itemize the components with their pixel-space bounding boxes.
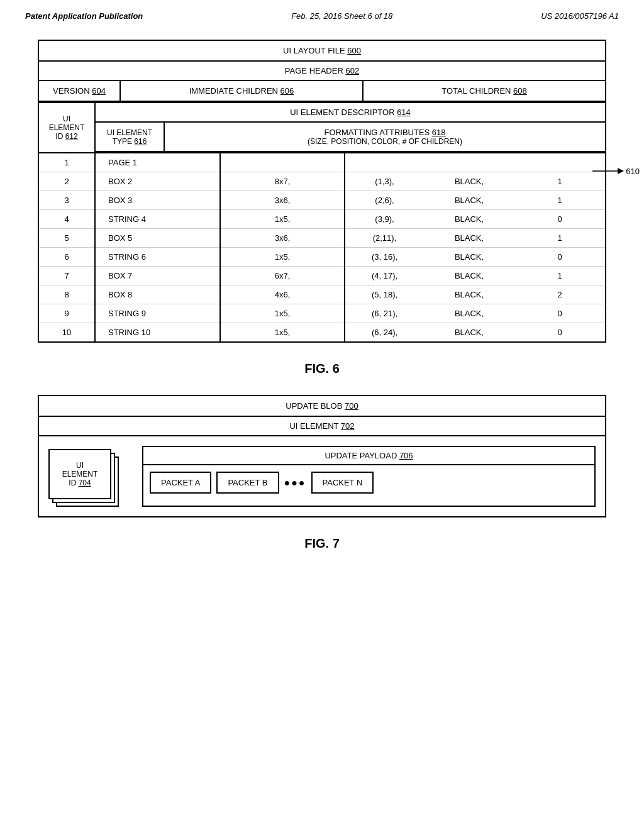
data-rows-area: 12345678910 PAGE 1BOX 28x7,(1,3),BLACK,1…	[39, 153, 605, 341]
ui-element-type-label: UI ELEMENT TYPE 616	[107, 128, 152, 146]
table-cell: 0	[514, 210, 605, 229]
total-children-cell: TOTAL CHILDREN 608	[364, 81, 605, 101]
row-id-10: 10	[39, 323, 94, 341]
fig7-ui-element-row: UI ELEMENT 702	[39, 417, 605, 436]
table-cell: (2,6),	[345, 191, 424, 210]
table-cell: (3, 16),	[345, 248, 424, 267]
packet-n: PACKET N	[311, 472, 374, 494]
table-cell: BOX 3	[96, 191, 220, 210]
table-cell: (1,3),	[345, 172, 424, 191]
fig7-title: UPDATE BLOB 700	[286, 401, 358, 411]
table-cell: 8x7,	[220, 172, 345, 191]
stacked-boxes: UI ELEMENT ID 704	[48, 449, 126, 507]
fig7-title-row: UPDATE BLOB 700	[39, 396, 605, 417]
descriptor-col: UI ELEMENT DESCRIPTOR 614 UI ELEMENT TYP…	[96, 103, 605, 152]
table-cell: BLACK,	[424, 267, 514, 285]
version-cell: VERSION 604	[39, 81, 121, 101]
table-cell: PAGE 1	[96, 153, 220, 172]
data-table: PAGE 1BOX 28x7,(1,3),BLACK,1BOX 33x6,(2,…	[96, 153, 605, 341]
table-cell: BLACK,	[424, 248, 514, 267]
table-row: STRING 61x5,(3, 16),BLACK,0	[96, 248, 605, 267]
descriptor-title-row: UI ELEMENT DESCRIPTOR 614	[96, 103, 605, 123]
table-cell	[424, 153, 514, 172]
table-cell: STRING 9	[96, 304, 220, 323]
packet-a: PACKET A	[150, 472, 211, 494]
content-area: UI LAYOUT FILE 600 PAGE HEADER 602 VERSI…	[0, 27, 644, 582]
table-cell	[514, 153, 605, 172]
fig6-title: UI LAYOUT FILE 600	[39, 41, 605, 62]
table-cell: (6, 21),	[345, 304, 424, 323]
table-cell: BLACK,	[424, 229, 514, 248]
table-cell: STRING 4	[96, 210, 220, 229]
table-cell: 0	[514, 323, 605, 342]
row-id-4: 4	[39, 210, 94, 229]
row-id-9: 9	[39, 304, 94, 323]
descriptor-title: UI ELEMENT DESCRIPTOR 614	[290, 108, 411, 117]
table-row: BOX 53x6,(2,11),BLACK,1	[96, 229, 605, 248]
table-cell: 2	[514, 285, 605, 304]
table-cell: BLACK,	[424, 304, 514, 323]
table-cell: 1x5,	[220, 304, 345, 323]
descriptor-area: UI ELEMENT ID 612 UI ELEMENT DESCRIPTOR …	[39, 102, 605, 341]
data-columns: PAGE 1BOX 28x7,(1,3),BLACK,1BOX 33x6,(2,…	[96, 153, 605, 341]
row-id-2: 2	[39, 172, 94, 191]
table-cell: 1	[514, 267, 605, 285]
publication-label: Patent Application Publication	[25, 11, 143, 21]
ui-element-type-cell: UI ELEMENT TYPE 616	[96, 123, 165, 151]
row-id-5: 5	[39, 229, 94, 248]
table-cell: BOX 8	[96, 285, 220, 304]
table-cell: STRING 6	[96, 248, 220, 267]
table-cell: BLACK,	[424, 191, 514, 210]
table-cell: BLACK,	[424, 323, 514, 342]
formatting-attr-cell: FORMATTING ATTRIBUTES 618 (SIZE, POSITIO…	[165, 123, 605, 151]
formatting-attr-label: FORMATTING ATTRIBUTES 618	[324, 128, 445, 137]
table-cell: BLACK,	[424, 285, 514, 304]
immediate-children-cell: IMMEDIATE CHILDREN 606	[121, 81, 364, 101]
table-row: BOX 33x6,(2,6),BLACK,1	[96, 191, 605, 210]
immediate-children-label: IMMEDIATE CHILDREN 606	[189, 86, 294, 96]
row-id-7: 7	[39, 267, 94, 285]
fig7-body: UI ELEMENT ID 704 UPDATE PAYLOAD 706 PAC…	[39, 436, 605, 516]
table-cell: 1x5,	[220, 210, 345, 229]
fig6-label: FIG. 6	[38, 362, 606, 376]
table-cell: (2,11),	[345, 229, 424, 248]
fig7-update-payload-title: UPDATE PAYLOAD 706	[143, 447, 594, 465]
fig7-label: FIG. 7	[38, 536, 606, 551]
fig6-title-text: UI LAYOUT FILE 600	[283, 46, 361, 55]
fig7-diagram: UPDATE BLOB 700 UI ELEMENT 702 UI ELEMEN…	[38, 395, 606, 517]
stack-box-1: UI ELEMENT ID 704	[48, 449, 111, 499]
descriptor-sub-row: UI ELEMENT TYPE 616 FORMATTING ATTRIBUTE…	[96, 123, 605, 152]
fig7-packets: PACKET A PACKET B ●●● PACKET N	[143, 465, 594, 500]
table-cell: 1x5,	[220, 323, 345, 342]
table-row: STRING 91x5,(6, 21),BLACK,0	[96, 304, 605, 323]
table-cell: (3,9),	[345, 210, 424, 229]
table-row: BOX 28x7,(1,3),BLACK,1	[96, 172, 605, 191]
page-header: Patent Application Publication Feb. 25, …	[0, 0, 644, 27]
version-label: VERSION 604	[53, 86, 106, 96]
arrow-label: 610	[626, 167, 640, 176]
ui-element-id-label: UI ELEMENT ID 612	[47, 114, 87, 141]
table-cell: BOX 2	[96, 172, 220, 191]
table-row: PAGE 1	[96, 153, 605, 172]
row-id-3: 3	[39, 191, 94, 210]
table-cell: (4, 17),	[345, 267, 424, 285]
update-payload-label: UPDATE PAYLOAD 706	[325, 451, 413, 460]
table-cell: (6, 24),	[345, 323, 424, 342]
table-cell: BLACK,	[424, 210, 514, 229]
table-cell: BOX 7	[96, 267, 220, 285]
table-cell: STRING 10	[96, 323, 220, 342]
date-sheet-label: Feb. 25, 2016 Sheet 6 of 18	[291, 11, 392, 21]
descriptor-header: UI ELEMENT ID 612 UI ELEMENT DESCRIPTOR …	[39, 103, 605, 153]
table-row: STRING 41x5,(3,9),BLACK,0	[96, 210, 605, 229]
table-row: STRING 101x5,(6, 24),BLACK,0	[96, 323, 605, 342]
row-id-1: 1	[39, 153, 94, 172]
table-cell: BLACK,	[424, 172, 514, 191]
packet-b: PACKET B	[216, 472, 279, 494]
table-cell	[345, 153, 424, 172]
fig7-right-panel: UPDATE PAYLOAD 706 PACKET A PACKET B ●●●…	[142, 446, 596, 507]
table-cell: 0	[514, 304, 605, 323]
arrow-icon	[592, 165, 624, 177]
formatting-attr-sub: (SIZE, POSITION, COLOR, # OF CHILDREN)	[308, 137, 462, 146]
table-cell: 0	[514, 248, 605, 267]
id-column: 12345678910	[39, 153, 96, 341]
